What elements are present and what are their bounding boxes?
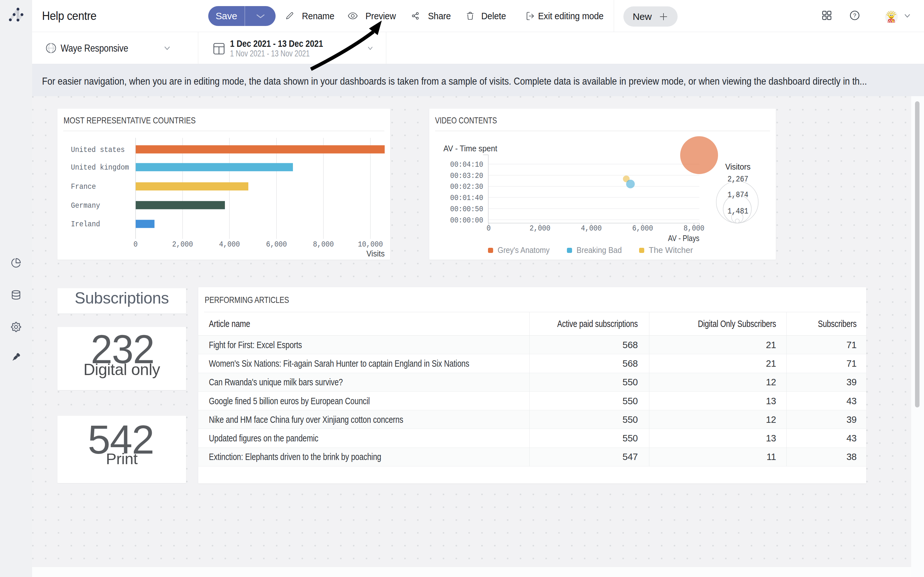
svg-text:00:01:40: 00:01:40 xyxy=(450,193,483,202)
svg-text:The Witcher: The Witcher xyxy=(649,245,693,255)
svg-text:8,000: 8,000 xyxy=(313,240,334,249)
svg-text:2,000: 2,000 xyxy=(530,224,551,233)
svg-text:United kingdom: United kingdom xyxy=(71,163,129,172)
svg-text:4,000: 4,000 xyxy=(219,240,240,249)
svg-text:France: France xyxy=(71,182,96,191)
svg-text:00:04:10: 00:04:10 xyxy=(450,160,483,169)
svg-text:10,000: 10,000 xyxy=(358,240,383,249)
svg-text:00:03:20: 00:03:20 xyxy=(450,171,483,180)
svg-text:Visitors: Visitors xyxy=(725,162,751,171)
svg-text:0: 0 xyxy=(134,240,137,249)
svg-text:2,000: 2,000 xyxy=(172,240,193,249)
svg-text:VIDEO CONTENTS: VIDEO CONTENTS xyxy=(435,115,497,125)
svg-text:Grey's Anatomy: Grey's Anatomy xyxy=(498,245,549,255)
svg-text:8,000: 8,000 xyxy=(684,224,704,233)
svg-text:2,267: 2,267 xyxy=(728,174,748,184)
svg-text:1,874: 1,874 xyxy=(728,190,748,200)
svg-text:6,000: 6,000 xyxy=(266,240,287,249)
svg-text:Germany: Germany xyxy=(71,201,100,210)
svg-text:Breaking Bad: Breaking Bad xyxy=(577,245,622,255)
svg-text:AV - Time spent: AV - Time spent xyxy=(443,144,497,153)
svg-text:AV - Plays: AV - Plays xyxy=(668,234,699,243)
svg-text:00:00:00: 00:00:00 xyxy=(450,216,483,225)
svg-text:United states: United states xyxy=(71,145,125,154)
svg-text:Visits: Visits xyxy=(367,249,384,258)
svg-text:0: 0 xyxy=(487,224,491,233)
svg-text:1,481: 1,481 xyxy=(728,206,748,216)
svg-text:Ireland: Ireland xyxy=(71,220,100,229)
svg-text:4,000: 4,000 xyxy=(581,224,602,233)
svg-text:?: ? xyxy=(853,13,856,19)
svg-text:00:02:30: 00:02:30 xyxy=(450,182,483,191)
svg-text:MOST REPRESENTATIVE COUNTRIES: MOST REPRESENTATIVE COUNTRIES xyxy=(63,115,196,125)
svg-text:6,000: 6,000 xyxy=(632,224,653,233)
svg-text:00:00:50: 00:00:50 xyxy=(450,205,483,213)
